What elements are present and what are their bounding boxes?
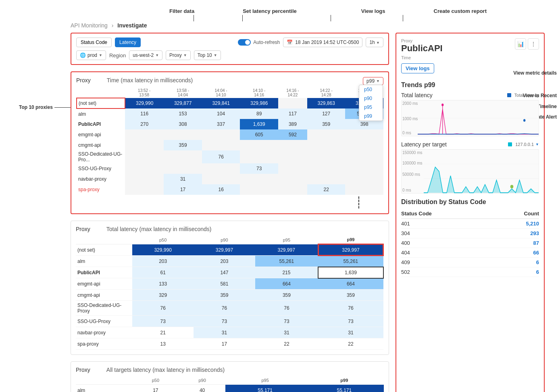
distribution-table: Status Code Count 401 5,210 304 293 400: [401, 209, 539, 277]
latency-per-target-legend-dot: [508, 142, 512, 146]
table-row: alm 17 40 55,171 55,171: [76, 385, 384, 392]
proxy-name: PublicAPI: [401, 43, 443, 54]
create-report-annotation: Create custom report: [434, 8, 487, 14]
dist-row-502: 502 6: [401, 267, 539, 277]
latency-per-target-chart: 150000 ms 100000 ms 50000 ms 0 ms: [401, 149, 539, 194]
total-latency-bot-label: 0 ms: [402, 131, 411, 135]
heatmap-proxy-header: Proxy: [76, 77, 91, 83]
p95-option[interactable]: p95: [359, 103, 383, 112]
distribution-title: Distribution by Status Code: [401, 198, 539, 206]
table-row: cmgmt-api 329 359 359 359: [76, 290, 383, 301]
summary-subtitle: Total latency (max latency in millisecon…: [106, 226, 212, 232]
total-latency-title: Total latency: [401, 92, 433, 98]
dist-row-304: 304 293: [401, 229, 539, 238]
latency-button[interactable]: Latency: [115, 38, 141, 47]
table-row: emgmt-api 605 592: [77, 129, 383, 140]
total-latency-mid-label: 1000 ms: [402, 117, 418, 121]
table-row: (not set) 329,990 329,997 329,997 329,99…: [76, 244, 383, 256]
auto-refresh-toggle[interactable]: Auto-refresh: [238, 39, 280, 46]
region-select[interactable]: us-west-2 ▼: [129, 50, 162, 60]
date-picker[interactable]: 📅 18 Jan 2019 14:52 UTC-0500: [283, 38, 362, 47]
summary-proxy-header: Proxy: [76, 226, 90, 232]
view-metric-details-label: View metric details: [513, 68, 557, 78]
dist-col-count: Count: [493, 209, 539, 219]
table-row: PublicAPI 270 308 337 1,639 389 359 398: [77, 119, 383, 129]
p90-option[interactable]: p90: [359, 94, 383, 103]
right-panel: Proxy PublicAPI Time 📊 ⋮ View metric det…: [396, 33, 545, 392]
dist-col-status: Status Code: [401, 209, 493, 219]
table-row: SSO-UG-Proxy 73: [77, 163, 383, 174]
heatmap-subtitle: Time (max latency in milliseconds): [107, 77, 193, 83]
total-latency-top-label: 2000 ms: [402, 101, 418, 106]
chart-icon-btn[interactable]: 📊: [515, 38, 526, 50]
table-row: navbar-proxy 21 31 31 31: [76, 327, 383, 338]
all-targets-subtitle: All targets latency (max latency in mill…: [106, 367, 225, 373]
table-row: spa-proxy 13 17 22 22: [76, 338, 383, 350]
status-code-button[interactable]: Status Code: [76, 38, 112, 47]
svg-point-10: [510, 185, 514, 188]
svg-point-4: [441, 104, 443, 106]
dist-row-404: 404 66: [401, 248, 539, 258]
total-latency-chart: 2000 ms 1000 ms 0 ms: [401, 100, 539, 136]
p99-dropdown-btn[interactable]: p99 ▼: [366, 78, 380, 84]
latency-top-label: 150000 ms: [402, 150, 422, 155]
table-row: SSO-Dedicated-UG-Pro... 76: [77, 150, 383, 163]
table-row: navbar-proxy 31: [77, 174, 383, 184]
view-in-recent-label: View in Recent: [513, 90, 557, 101]
table-row: alm 116 153 104 89 117 127 55,261: [77, 108, 383, 119]
dist-row-409: 409 6: [401, 258, 539, 267]
table-row: PublicAPI 61 147 215 1,639: [76, 267, 383, 278]
breadcrumb: API Monitoring › Investigate: [71, 22, 552, 29]
table-row: (not set) 329,990 329,877 329,841 329,98…: [77, 98, 383, 108]
more-options-btn[interactable]: ⋮: [528, 38, 539, 50]
latency-mid2-label: 50000 ms: [402, 172, 420, 177]
latency-bot-label: 0 ms: [402, 188, 411, 192]
table-row: cmgmt-api 359: [77, 140, 383, 150]
proxy-label: Proxy: [401, 38, 443, 43]
date-value: 18 Jan 2019 14:52 UTC-0500: [295, 40, 359, 45]
latency-mid1-label: 100000 ms: [402, 161, 422, 165]
top10-proxies-label: Top 10 proxies: [19, 104, 53, 110]
summary-table: p50 p90 p95 p99 (not set) 329,990 329,99…: [76, 236, 384, 350]
topn-select[interactable]: Top 10 ▼: [194, 50, 221, 60]
latency-per-target-title: Latency per target: [401, 141, 447, 148]
table-row: SSO-Dedicated-UG-Proxy 76 76 76 76: [76, 301, 383, 316]
latency-per-target-legend: 127.0.0.1: [515, 142, 534, 147]
time-label: Time: [401, 55, 443, 60]
region-label: Region: [109, 52, 126, 58]
total-latency-legend-dot: [507, 93, 511, 97]
view-logs-button[interactable]: View logs: [401, 63, 434, 73]
table-row: emgmt-api 133 581 664 664: [76, 278, 383, 290]
all-targets-table: p50 p90 p95 p99 alm 17 40 55,171 55,171: [76, 376, 384, 392]
svg-point-5: [523, 119, 525, 122]
filter-data-annotation: Filter data: [169, 8, 194, 14]
time-range-select[interactable]: 1h ▼: [366, 38, 383, 47]
view-logs-annotation: View logs: [361, 8, 385, 14]
p50-option[interactable]: p50: [359, 85, 383, 94]
dist-row-401: 401 5,210: [401, 219, 539, 229]
dist-row-400: 400 87: [401, 238, 539, 248]
all-targets-proxy-header: Proxy: [76, 367, 90, 373]
set-latency-annotation: Set latency percentile: [243, 8, 297, 14]
table-row: spa-proxy 17 16 22: [77, 184, 383, 195]
p99-option[interactable]: p99: [359, 112, 383, 121]
table-row: SSO-UG-Proxy 73 73 73 73: [76, 316, 383, 327]
prod-filter[interactable]: 🌐 prod ▼: [76, 50, 106, 60]
table-row: alm 203 203 55,261 55,261: [76, 256, 383, 267]
proxy-select[interactable]: Proxy ▼: [166, 50, 191, 60]
heatmap-table: 13:52 -13:58 13:58 -14:04 14:04 -14:10 1…: [76, 88, 383, 195]
